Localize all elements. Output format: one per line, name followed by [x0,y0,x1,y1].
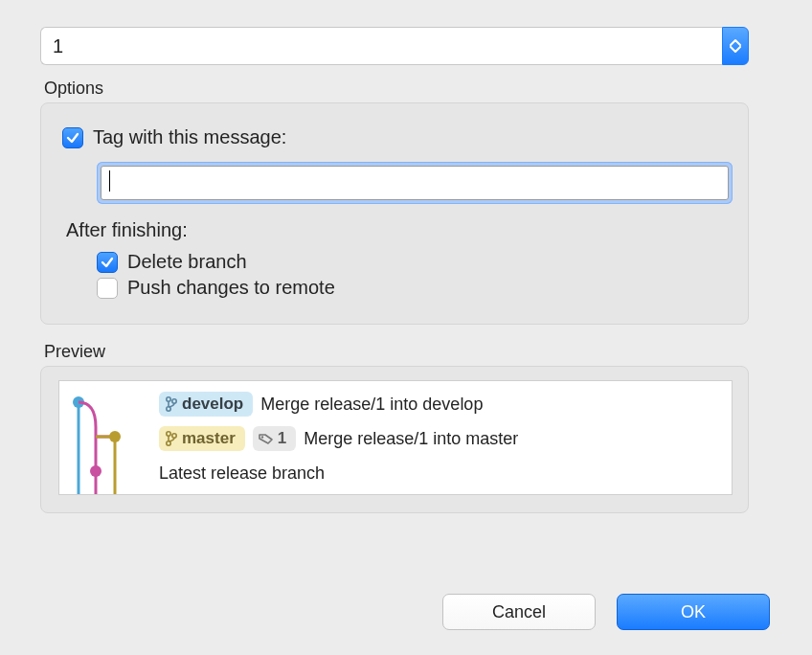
preview-row: master 1 Merge release/1 into master [159,421,728,456]
preview-row-text: Merge release/1 into master [304,429,518,449]
preview-row: develop Merge release/1 into develop [159,387,728,421]
ok-button[interactable]: OK [617,594,770,630]
tag-message-label: Tag with this message: [93,126,286,148]
tag-message-input[interactable] [101,166,729,200]
release-select-stepper[interactable] [722,27,749,65]
after-finishing-label: After finishing: [66,219,727,241]
tag-message-row: Tag with this message: [62,126,727,148]
preview-group: develop Merge release/1 into develop mas… [40,366,749,513]
delete-branch-row: Delete branch [97,251,727,273]
preview-rows: develop Merge release/1 into develop mas… [159,387,728,490]
tag-icon [259,432,274,445]
commit-graph-icon [59,381,155,494]
delete-branch-checkbox[interactable] [97,252,118,273]
preview-row: Latest release branch [159,456,728,490]
chip-label: develop [182,395,243,414]
delete-branch-label: Delete branch [127,251,247,273]
branch-icon [165,431,178,446]
cancel-button[interactable]: Cancel [442,594,596,630]
preview-row-text: Merge release/1 into develop [260,395,483,415]
chevron-down-icon [730,46,741,54]
check-icon [101,256,114,269]
options-section-label: Options [44,79,774,99]
check-icon [66,131,79,145]
branch-icon [165,396,178,412]
svg-point-7 [167,432,170,436]
branch-chip-master: master [159,426,245,451]
button-label: Cancel [492,602,546,622]
tag-message-checkbox[interactable] [62,127,83,148]
finish-release-dialog: 1 Options Tag with this message: After f… [0,0,812,655]
svg-point-4 [167,397,170,401]
text-caret [109,170,110,192]
chevron-up-icon [730,38,741,46]
tag-message-input-focus-ring [97,162,733,204]
push-remote-label: Push changes to remote [127,277,335,299]
preview-section-label: Preview [44,342,774,362]
options-group: Tag with this message: After finishing: … [40,102,749,325]
svg-point-3 [109,431,121,442]
chip-label: master [182,429,236,448]
release-select-value: 1 [40,27,722,65]
svg-point-10 [261,436,263,438]
preview-row-text: Latest release branch [159,463,325,484]
preview-canvas: develop Merge release/1 into develop mas… [58,380,733,495]
tag-chip: 1 [253,426,296,451]
dialog-buttons: Cancel OK [442,594,770,630]
release-select[interactable]: 1 [40,27,749,65]
push-remote-row: Push changes to remote [97,277,727,299]
push-remote-checkbox[interactable] [97,278,118,299]
branch-chip-develop: develop [159,392,253,417]
svg-point-2 [90,465,102,477]
svg-point-5 [172,399,176,403]
svg-point-8 [172,434,176,438]
chip-label: 1 [278,429,286,448]
button-label: OK [681,602,706,622]
